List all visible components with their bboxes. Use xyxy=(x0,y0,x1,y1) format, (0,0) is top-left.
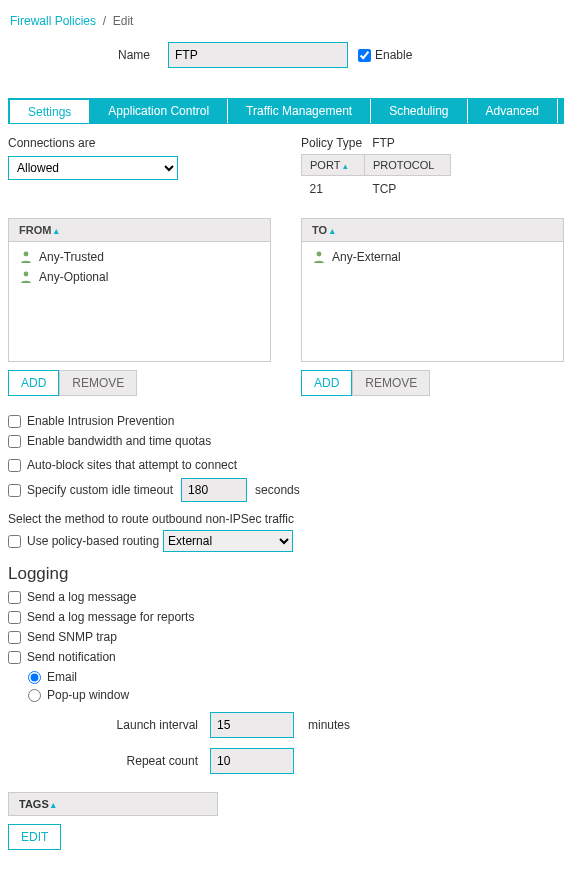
tab-bar: Settings Application Control Traffic Man… xyxy=(8,98,564,124)
svg-point-2 xyxy=(317,252,322,257)
connections-label: Connections are xyxy=(8,136,271,150)
list-item[interactable]: Any-Optional xyxy=(19,270,260,284)
policy-type-value: FTP xyxy=(372,136,395,150)
notify-label: Send notification xyxy=(27,650,116,664)
email-radio[interactable] xyxy=(28,671,41,684)
list-item[interactable]: Any-Trusted xyxy=(19,250,260,264)
member-label: Any-External xyxy=(332,250,401,264)
alias-icon xyxy=(19,250,33,264)
to-list[interactable]: Any-External xyxy=(301,242,564,362)
tags-header[interactable]: TAGS xyxy=(8,792,218,816)
log-report-checkbox[interactable] xyxy=(8,611,21,624)
breadcrumb: Firewall Policies / Edit xyxy=(10,14,564,28)
tab-traffic-management[interactable]: Traffic Management xyxy=(228,99,371,123)
launch-interval-input[interactable] xyxy=(210,712,294,738)
breadcrumb-current: Edit xyxy=(113,14,134,28)
enable-label: Enable xyxy=(375,48,412,62)
to-header[interactable]: TO xyxy=(301,218,564,242)
autoblock-checkbox[interactable] xyxy=(8,459,21,472)
tab-advanced[interactable]: Advanced xyxy=(468,99,558,123)
from-header[interactable]: FROM xyxy=(8,218,271,242)
idle-timeout-unit: seconds xyxy=(255,483,300,497)
from-remove-button[interactable]: REMOVE xyxy=(59,370,137,396)
notify-checkbox[interactable] xyxy=(8,651,21,664)
quotas-label: Enable bandwidth and time quotas xyxy=(27,434,211,448)
launch-interval-unit: minutes xyxy=(308,718,350,732)
routing-label: Use policy-based routing xyxy=(27,534,159,548)
port-header[interactable]: PORT xyxy=(302,155,365,176)
routing-note: Select the method to route outbound non-… xyxy=(8,512,564,526)
from-add-button[interactable]: ADD xyxy=(8,370,59,396)
tab-settings[interactable]: Settings xyxy=(9,99,90,123)
launch-interval-label: Launch interval xyxy=(8,718,198,732)
repeat-count-input[interactable] xyxy=(210,748,294,774)
from-list[interactable]: Any-Trusted Any-Optional xyxy=(8,242,271,362)
quotas-checkbox[interactable] xyxy=(8,435,21,448)
port-cell: 21 xyxy=(302,176,365,203)
member-label: Any-Trusted xyxy=(39,250,104,264)
ips-label: Enable Intrusion Prevention xyxy=(27,414,174,428)
popup-radio[interactable] xyxy=(28,689,41,702)
port-table: PORT PROTOCOL 21 TCP xyxy=(301,154,451,202)
popup-radio-label: Pop-up window xyxy=(47,688,129,702)
table-row[interactable]: 21 TCP xyxy=(302,176,451,203)
repeat-count-label: Repeat count xyxy=(8,754,198,768)
to-add-button[interactable]: ADD xyxy=(301,370,352,396)
routing-select[interactable]: External xyxy=(163,530,293,552)
alias-icon xyxy=(19,270,33,284)
email-radio-label: Email xyxy=(47,670,77,684)
logging-heading: Logging xyxy=(8,564,564,584)
tab-scheduling[interactable]: Scheduling xyxy=(371,99,467,123)
alias-icon xyxy=(312,250,326,264)
autoblock-label: Auto-block sites that attempt to connect xyxy=(27,458,237,472)
policy-type-label: Policy Type xyxy=(301,136,362,150)
svg-point-0 xyxy=(24,252,29,257)
enable-checkbox[interactable] xyxy=(358,49,371,62)
member-label: Any-Optional xyxy=(39,270,108,284)
routing-checkbox[interactable] xyxy=(8,535,21,548)
connections-select[interactable]: Allowed xyxy=(8,156,178,180)
snmp-checkbox[interactable] xyxy=(8,631,21,644)
tab-application-control[interactable]: Application Control xyxy=(90,99,228,123)
svg-point-1 xyxy=(24,272,29,277)
idle-timeout-input[interactable] xyxy=(181,478,247,502)
idle-timeout-label: Specify custom idle timeout xyxy=(27,483,173,497)
protocol-cell: TCP xyxy=(364,176,451,203)
list-item[interactable]: Any-External xyxy=(312,250,553,264)
to-remove-button[interactable]: REMOVE xyxy=(352,370,430,396)
log-msg-checkbox[interactable] xyxy=(8,591,21,604)
name-input[interactable] xyxy=(168,42,348,68)
tags-edit-button[interactable]: EDIT xyxy=(8,824,61,850)
protocol-header[interactable]: PROTOCOL xyxy=(364,155,451,176)
name-label: Name xyxy=(118,48,150,62)
idle-timeout-checkbox[interactable] xyxy=(8,484,21,497)
log-report-label: Send a log message for reports xyxy=(27,610,194,624)
ips-checkbox[interactable] xyxy=(8,415,21,428)
log-msg-label: Send a log message xyxy=(27,590,136,604)
breadcrumb-parent[interactable]: Firewall Policies xyxy=(10,14,96,28)
snmp-label: Send SNMP trap xyxy=(27,630,117,644)
